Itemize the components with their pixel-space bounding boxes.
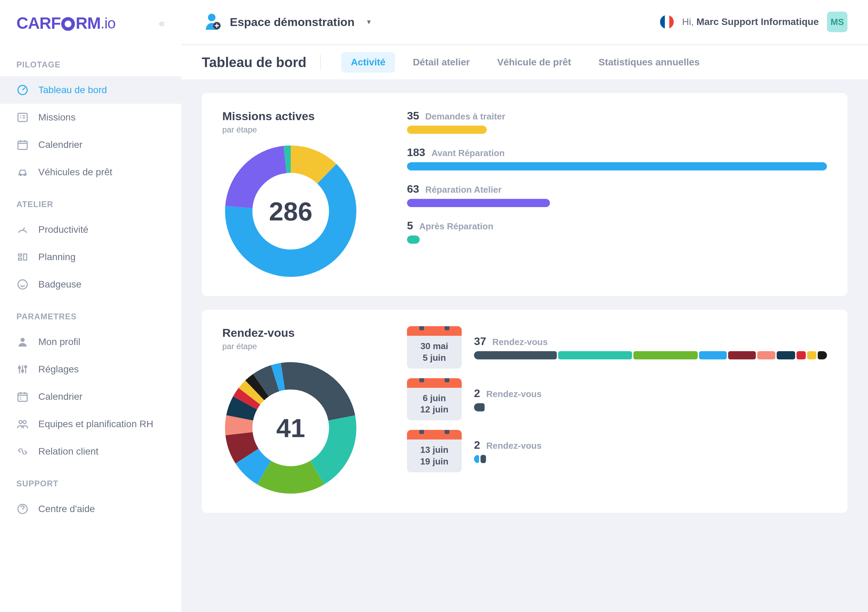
mechanic-icon [202, 12, 222, 32]
workspace-selector[interactable]: Espace démonstration ▾ [202, 12, 371, 32]
tab-bar: ActivitéDétail atelierVéhicule de prêtSt… [341, 52, 709, 73]
stat-value: 183 [407, 146, 425, 159]
smile-icon [16, 278, 29, 290]
stat-label: Avant Réparation [431, 148, 504, 158]
stat-bar [407, 162, 827, 171]
sidebar-item-label: Réglages [38, 364, 79, 375]
sidebar-section-label: ATELIER [0, 186, 181, 216]
page-title: Tableau de bord [202, 55, 321, 70]
rdv-title: Rendez-vous [222, 326, 386, 340]
sidebar-item-label: Equipes et planification RH [38, 419, 153, 430]
calendar-icon: 13 juin19 juin [407, 430, 462, 472]
rdv-week-row: 13 juin19 juin 2 Rendez-vous [407, 430, 827, 472]
list-icon [16, 111, 29, 124]
sidebar-item-label: Mon profil [38, 337, 81, 347]
tab-d-tail-atelier[interactable]: Détail atelier [403, 52, 479, 73]
help-icon [16, 503, 29, 515]
car-icon [16, 166, 29, 178]
sidebar-item-calendrier[interactable]: Calendrier [0, 131, 181, 158]
logo: CARFRM.io [16, 14, 115, 33]
sidebar-item-label: Relation client [38, 446, 99, 457]
sidebar-item-label: Calendrier [38, 391, 82, 402]
tab-v-hicule-de-pr-t[interactable]: Véhicule de prêt [488, 52, 581, 73]
calendar2-icon [16, 391, 29, 403]
sidebar-item-r-glages[interactable]: Réglages [0, 356, 181, 383]
speed-icon [16, 224, 29, 236]
sidebar-item-label: Missions [38, 112, 76, 123]
rdv-donut-chart: 41 [222, 359, 359, 496]
svg-point-11 [19, 421, 22, 424]
sidebar-item-productivit-[interactable]: Productivité [0, 216, 181, 243]
tab-statistiques-annuelles[interactable]: Statistiques annuelles [589, 52, 709, 73]
missions-subtitle: par étape [222, 125, 386, 135]
sidebar-item-label: Planning [38, 252, 76, 263]
rdv-total: 41 [222, 359, 359, 496]
stat-label: Après Réparation [419, 221, 493, 232]
sidebar-collapse-button[interactable]: « [159, 17, 165, 30]
stat-bar [474, 455, 827, 463]
stat-value: 2 [474, 387, 480, 400]
gauge-icon [16, 84, 29, 96]
topbar: Espace démonstration ▾ Hi, Marc Support … [181, 0, 868, 44]
stat-value: 2 [474, 439, 480, 452]
rdv-week-row: 30 mai5 juin 37 Rendez-vous [407, 326, 827, 369]
stat-bar [474, 403, 827, 412]
svg-point-8 [22, 370, 23, 372]
sidebar-item-label: Calendrier [38, 139, 82, 150]
workspace-label: Espace démonstration [230, 16, 355, 29]
avatar[interactable]: MS [827, 12, 848, 32]
calendar-icon [16, 138, 29, 151]
sidebar-item-calendrier[interactable]: Calendrier [0, 383, 181, 410]
missions-card: Missions actives par étape 286 35 Demand… [202, 93, 848, 296]
svg-point-12 [23, 421, 26, 424]
chevron-down-icon: ▾ [367, 17, 371, 26]
sidebar-item-label: Productivité [38, 224, 88, 235]
sidebar-item-badgeuse[interactable]: Badgeuse [0, 271, 181, 298]
sidebar-item-mon-profil[interactable]: Mon profil [0, 328, 181, 356]
rdv-subtitle: par étape [222, 342, 386, 351]
svg-point-5 [18, 280, 27, 289]
sidebar-section-label: PILOTAGE [0, 46, 181, 76]
page-header: Tableau de bord ActivitéDétail atelierVé… [181, 45, 868, 79]
sidebar-item-tableau-de-bord[interactable]: Tableau de bord [0, 76, 181, 104]
sidebar-item-v-hicules-de-pr-t[interactable]: Véhicules de prêt [0, 158, 181, 186]
rdv-week-row: 6 juin12 juin 2 Rendez-vous [407, 378, 827, 421]
greeting: Hi, Marc Support Informatique [682, 16, 819, 27]
svg-point-6 [20, 338, 25, 342]
mission-stat: 63 Réparation Atelier [407, 183, 827, 207]
sidebar: CARFRM.io « PILOTAGETableau de bordMissi… [0, 0, 181, 612]
stat-value: 5 [407, 219, 413, 232]
mission-stat: 183 Avant Réparation [407, 146, 827, 171]
svg-rect-10 [18, 393, 27, 401]
stat-label: Réparation Atelier [425, 185, 502, 195]
stat-label: Demandes à traiter [425, 111, 505, 122]
missions-donut-chart: 286 [222, 143, 359, 280]
planning-icon [16, 251, 29, 263]
missions-title: Missions actives [222, 110, 386, 123]
user-icon [16, 336, 29, 348]
stat-label: Rendez-vous [493, 337, 548, 347]
svg-point-14 [208, 14, 215, 21]
hands-icon [16, 445, 29, 458]
sidebar-item-label: Centre d'aide [38, 503, 95, 514]
calendar-icon: 6 juin12 juin [407, 378, 462, 421]
language-flag[interactable] [660, 15, 674, 29]
rdv-card: Rendez-vous par étape 41 30 mai5 juin 37… [202, 310, 848, 513]
sidebar-item-missions[interactable]: Missions [0, 104, 181, 131]
sidebar-item-label: Tableau de bord [38, 85, 107, 95]
sidebar-item-planning[interactable]: Planning [0, 243, 181, 271]
svg-point-9 [25, 366, 27, 368]
mission-stat: 5 Après Réparation [407, 219, 827, 244]
sidebar-item-centre-d-aide[interactable]: Centre d'aide [0, 495, 181, 523]
tab-activit-[interactable]: Activité [341, 52, 395, 73]
missions-total: 286 [222, 143, 359, 280]
sidebar-item-equipes-et-planification-rh[interactable]: Equipes et planification RH [0, 410, 181, 438]
sliders-icon [16, 363, 29, 376]
sidebar-section-label: PARAMETRES [0, 298, 181, 328]
stat-bar [407, 236, 827, 244]
sidebar-item-relation-client[interactable]: Relation client [0, 438, 181, 465]
calendar-icon: 30 mai5 juin [407, 326, 462, 369]
stat-label: Rendez-vous [486, 441, 542, 451]
mission-stat: 35 Demandes à traiter [407, 110, 827, 134]
sidebar-item-label: Véhicules de prêt [38, 167, 112, 178]
